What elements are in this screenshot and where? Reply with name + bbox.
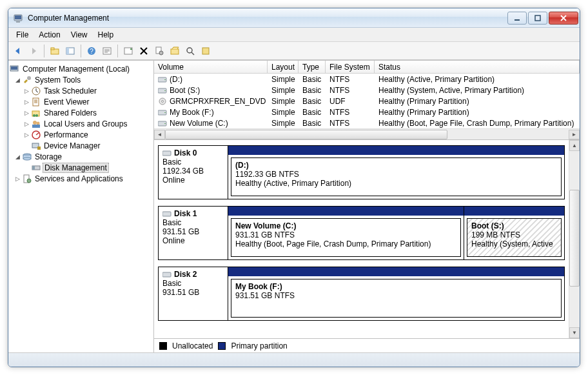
partition[interactable]: New Volume (C:)931.31 GB NTFSHealthy (Bo… xyxy=(228,207,464,259)
partition-name: Boot (S:) xyxy=(471,221,557,230)
tree-storage[interactable]: ◢ Storage xyxy=(10,151,152,162)
col-status[interactable]: Status xyxy=(375,61,580,73)
col-volume[interactable]: Volume xyxy=(154,61,268,73)
disk-info[interactable]: Disk 0Basic1192.34 GBOnline xyxy=(158,145,228,199)
table-row[interactable]: (D:)SimpleBasicNTFSHealthy (Active, Prim… xyxy=(154,74,580,85)
partition-status: Healthy (Active, Primary Partition) xyxy=(235,179,557,188)
volume-name: New Volume (C:) xyxy=(170,119,228,128)
tree-disk-management[interactable]: Disk Management xyxy=(10,162,152,173)
device-icon xyxy=(31,141,41,151)
find-button[interactable] xyxy=(183,44,197,58)
svg-point-24 xyxy=(33,114,35,117)
partition-name: (D:) xyxy=(235,161,557,170)
expand-icon[interactable]: ▷ xyxy=(23,132,31,138)
menu-help[interactable]: Help xyxy=(93,29,119,41)
show-hide-tree-button[interactable] xyxy=(63,44,77,58)
expand-icon[interactable]: ▷ xyxy=(14,176,22,182)
disk-row: Disk 2Basic931.51 GBMy Book (F:)931.51 G… xyxy=(158,267,565,321)
titlebar[interactable]: Computer Management xyxy=(8,8,580,28)
col-filesystem[interactable]: File System xyxy=(326,61,375,73)
delete-button[interactable] xyxy=(137,44,151,58)
open-button[interactable] xyxy=(168,44,182,58)
tree-services-apps[interactable]: ▷ Services and Applications xyxy=(10,173,152,184)
tree-root[interactable]: Computer Management (Local) xyxy=(10,63,152,74)
scroll-thumb[interactable] xyxy=(165,130,447,139)
table-row[interactable]: My Book (F:)SimpleBasicNTFSHealthy (Prim… xyxy=(154,106,580,117)
action-button[interactable] xyxy=(100,44,114,58)
vertical-scrollbar[interactable]: ▲ ▼ xyxy=(569,140,580,338)
scroll-left-icon[interactable]: ◄ xyxy=(154,130,165,139)
disk-name: Disk 2 xyxy=(174,270,197,279)
partition[interactable]: My Book (F:)931.51 GB NTFS xyxy=(228,267,564,320)
disk-info[interactable]: Disk 2Basic931.51 GB xyxy=(158,267,228,321)
volume-type: Basic xyxy=(299,75,326,84)
volume-layout: Simple xyxy=(268,119,299,128)
up-button[interactable] xyxy=(48,44,62,58)
tree-event-viewer[interactable]: ▷ Event Viewer xyxy=(10,96,152,107)
expand-icon[interactable]: ▷ xyxy=(23,88,31,94)
scroll-track[interactable] xyxy=(569,151,580,327)
scroll-up-icon[interactable]: ▲ xyxy=(569,140,580,151)
col-type[interactable]: Type xyxy=(299,61,326,73)
more-button[interactable] xyxy=(199,44,213,58)
disk-icon xyxy=(162,210,172,218)
collapse-icon[interactable]: ◢ xyxy=(14,77,22,83)
scroll-thumb[interactable] xyxy=(569,190,580,287)
table-row[interactable]: Boot (S:)SimpleBasicNTFSHealthy (System,… xyxy=(154,85,580,96)
expand-icon[interactable]: ▷ xyxy=(23,99,31,105)
volume-status: Healthy (Boot, Page File, Crash Dump, Pr… xyxy=(375,119,580,128)
storage-icon xyxy=(22,152,32,162)
expand-icon[interactable]: ▷ xyxy=(23,110,31,116)
menu-view[interactable]: View xyxy=(66,29,93,41)
tree-system-tools[interactable]: ◢ System Tools xyxy=(10,74,152,85)
expand-icon[interactable]: ▷ xyxy=(23,121,31,127)
nav-tree[interactable]: Computer Management (Local) ◢ System Too… xyxy=(8,61,154,352)
properties-button[interactable] xyxy=(152,44,166,58)
svg-rect-4 xyxy=(535,15,540,21)
services-icon xyxy=(22,174,32,184)
scroll-down-icon[interactable]: ▼ xyxy=(569,327,580,338)
disk-size: 931.51 GB xyxy=(162,227,224,236)
menu-action[interactable]: Action xyxy=(34,29,65,41)
menu-file[interactable]: File xyxy=(11,29,34,41)
help-button[interactable]: ? xyxy=(84,44,99,58)
close-button[interactable] xyxy=(549,12,578,25)
minimize-button[interactable] xyxy=(507,12,527,25)
partition[interactable]: Boot (S:)199 MB NTFSHealthy (System, Act… xyxy=(464,207,564,259)
tree-performance[interactable]: ▷ Performance xyxy=(10,129,152,140)
volume-type: Basic xyxy=(299,119,326,128)
svg-rect-8 xyxy=(66,48,69,54)
svg-point-34 xyxy=(23,157,31,160)
tree-local-users[interactable]: ▷ Local Users and Groups xyxy=(10,118,152,129)
scroll-track[interactable] xyxy=(165,130,569,139)
disk-row: Disk 0Basic1192.34 GBOnline(D:)1192.33 G… xyxy=(158,145,565,199)
volume-status: Healthy (Active, Primary Partition) xyxy=(375,75,580,84)
back-button[interactable] xyxy=(11,44,25,58)
col-layout[interactable]: Layout xyxy=(268,61,299,73)
disk-icon xyxy=(162,270,172,278)
horizontal-scrollbar[interactable]: ◄ ► xyxy=(154,128,580,139)
scroll-right-icon[interactable]: ► xyxy=(569,130,580,139)
collapse-icon[interactable]: ◢ xyxy=(14,154,22,160)
forward-button[interactable] xyxy=(26,44,41,58)
disk-name: Disk 1 xyxy=(174,209,197,218)
refresh-button[interactable] xyxy=(121,44,135,58)
maximize-button[interactable] xyxy=(528,12,547,25)
toolbar: ? xyxy=(8,42,580,60)
table-row[interactable]: GRMCPRXFRER_EN_DVD (E:)SimpleBasicUDFHea… xyxy=(154,96,580,106)
users-icon xyxy=(31,119,41,129)
tree-device-manager[interactable]: Device Manager xyxy=(10,140,152,151)
disk-info[interactable]: Disk 1Basic931.51 GBOnline xyxy=(158,206,228,260)
volume-type: Basic xyxy=(299,108,326,117)
tree-shared-folders[interactable]: ▷ Shared Folders xyxy=(10,107,152,118)
partition-stripe xyxy=(228,267,564,276)
partition[interactable]: (D:)1192.33 GB NTFSHealthy (Active, Prim… xyxy=(228,146,564,199)
partition-status: Healthy (System, Active xyxy=(471,239,557,248)
clock-icon xyxy=(31,86,41,96)
svg-rect-42 xyxy=(164,90,166,91)
partition-body: Boot (S:)199 MB NTFSHealthy (System, Act… xyxy=(467,218,562,257)
volume-layout: Simple xyxy=(268,86,299,95)
tree-task-scheduler[interactable]: ▷ Task Scheduler xyxy=(10,85,152,96)
app-icon xyxy=(14,13,24,23)
table-row[interactable]: New Volume (C:)SimpleBasicNTFSHealthy (B… xyxy=(154,117,580,128)
